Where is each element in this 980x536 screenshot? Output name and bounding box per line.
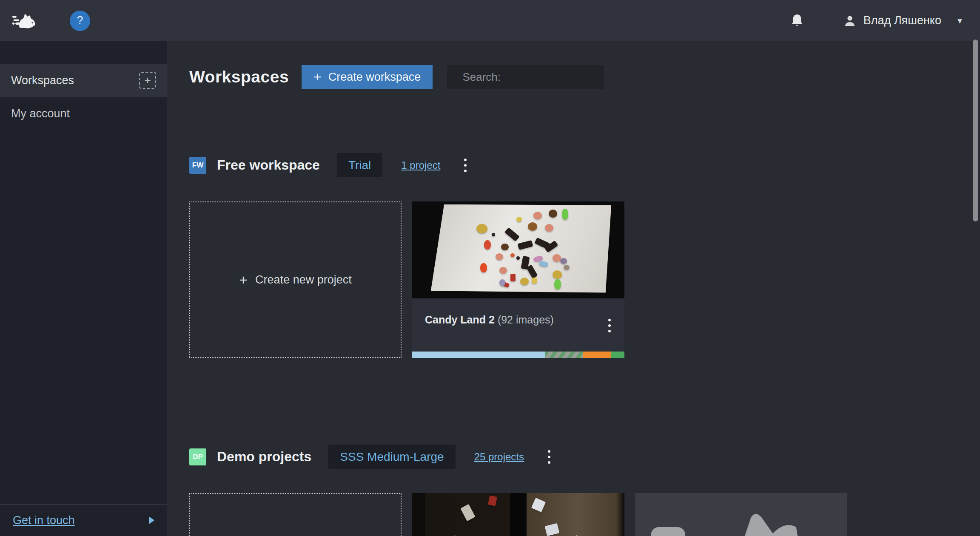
notifications-bell-icon[interactable] xyxy=(790,14,804,28)
project-card-candy-land-2[interactable]: Candy Land 2 (92 images) xyxy=(412,201,624,358)
project-card-photo[interactable] xyxy=(412,493,624,536)
project-card-footer: Candy Land 2 (92 images) xyxy=(412,298,624,352)
kebab-menu-icon[interactable] xyxy=(462,156,469,175)
kebab-menu-icon[interactable] xyxy=(606,316,613,335)
sidebar-item-workspaces[interactable]: Workspaces + xyxy=(0,64,167,97)
plan-tag[interactable]: Trial xyxy=(337,153,382,177)
project-title: Candy Land 2 (92 images) xyxy=(425,314,554,326)
search-input[interactable] xyxy=(462,70,606,84)
user-menu[interactable]: Влад Ляшенко ▾ xyxy=(843,14,962,28)
plan-tag[interactable]: SSS Medium-Large xyxy=(328,445,455,469)
dataset-progress-bar xyxy=(412,352,624,358)
get-in-touch-link[interactable]: Get in touch xyxy=(13,514,75,527)
expand-arrow-icon[interactable] xyxy=(149,516,154,524)
create-project-card[interactable]: + Create new project xyxy=(189,493,402,536)
project-card-placeholder[interactable] xyxy=(635,493,847,536)
page-title: Workspaces xyxy=(189,68,289,86)
caret-down-icon: ▾ xyxy=(957,15,962,26)
projects-count-link[interactable]: 1 project xyxy=(401,159,440,171)
sidebar-item-my-account[interactable]: My account xyxy=(0,97,167,130)
projects-row-free: + Create new project Candy Land 2 (92 im… xyxy=(189,201,980,358)
vertical-scrollbar-thumb[interactable] xyxy=(973,40,978,221)
topbar-right: Влад Ляшенко ▾ xyxy=(790,14,980,28)
plus-icon: + xyxy=(144,75,151,86)
thumbnail-surface xyxy=(427,204,617,294)
add-workspace-icon[interactable]: + xyxy=(139,72,156,89)
plus-icon: + xyxy=(239,272,248,287)
projects-count-link[interactable]: 25 projects xyxy=(474,451,524,463)
create-project-card[interactable]: + Create new project xyxy=(189,201,402,358)
page-header: Workspaces + Create workspace xyxy=(189,65,980,89)
sidebar-footer: Get in touch xyxy=(0,504,167,536)
top-bar: ? Влад Ляшенко ▾ xyxy=(0,0,980,41)
workspace-badge[interactable]: DP xyxy=(189,448,206,465)
user-avatar-icon xyxy=(843,14,857,28)
workspace-badge[interactable]: FW xyxy=(189,157,206,174)
sidebar-item-label: Workspaces xyxy=(11,74,74,87)
sidebar-item-label: My account xyxy=(11,107,70,120)
hedgehog-logo-icon[interactable] xyxy=(12,12,37,30)
workspace-header-free: FW Free workspace Trial 1 project xyxy=(189,153,980,177)
create-workspace-button[interactable]: + Create workspace xyxy=(302,65,433,89)
projects-row-demo: + Create new project xyxy=(189,493,980,536)
project-meta: (92 images) xyxy=(498,314,554,326)
hedgehog-placeholder-icon xyxy=(648,499,847,536)
plus-icon: + xyxy=(313,70,322,84)
search-box xyxy=(447,65,604,89)
create-project-label: Create new project xyxy=(255,273,352,286)
workspace-header-demo: DP Demo projects SSS Medium-Large 25 pro… xyxy=(189,445,980,469)
help-button[interactable]: ? xyxy=(70,11,90,31)
main-content: Workspaces + Create workspace FW Free wo… xyxy=(167,41,980,536)
project-thumbnail xyxy=(412,201,624,298)
create-workspace-label: Create workspace xyxy=(328,71,421,84)
user-name: Влад Ляшенко xyxy=(863,14,941,27)
sidebar: Workspaces + My account Get in touch xyxy=(0,41,167,536)
workspace-title: Demo projects xyxy=(217,449,311,465)
kebab-menu-icon[interactable] xyxy=(545,448,553,466)
workspace-title: Free workspace xyxy=(217,157,320,173)
